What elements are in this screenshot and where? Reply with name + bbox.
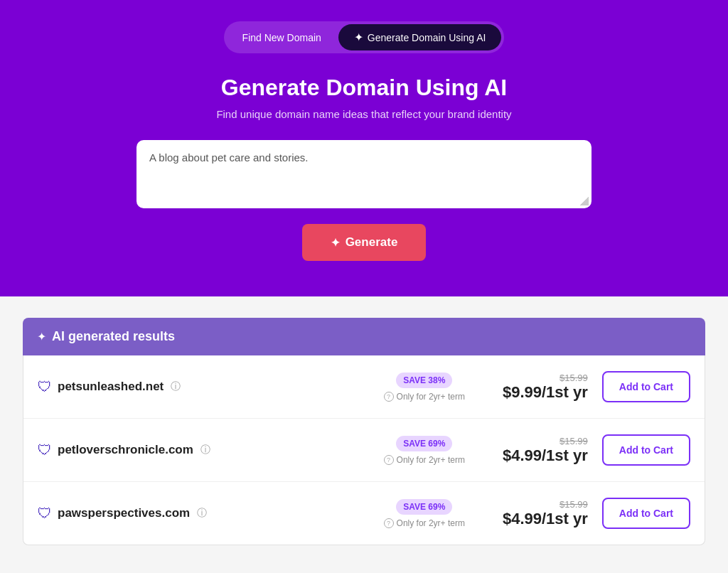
info-icon[interactable]: ⓘ (200, 444, 210, 456)
tab-switcher: Find New Domain ✦ Generate Domain Using … (224, 21, 505, 53)
result-row: 🛡 petloverschronicle.com ⓘ SAVE 69% ? On… (23, 419, 705, 482)
result-row: 🛡 petsunleashed.net ⓘ SAVE 38% ? Only fo… (23, 355, 705, 419)
term-note: ? Only for 2yr+ term (384, 392, 465, 402)
result-row: 🛡 pawsperspectives.com ⓘ SAVE 69% ? Only… (23, 482, 705, 545)
add-to-cart-button[interactable]: Add to Cart (602, 498, 690, 529)
domain-info: 🛡 petloverschronicle.com ⓘ (38, 442, 360, 459)
savings-col: SAVE 69% ? Only for 2yr+ term (375, 499, 474, 528)
results-sparkle-icon: ✦ (37, 330, 46, 343)
info-icon[interactable]: ⓘ (197, 507, 207, 520)
domain-name: petloverschronicle.com (58, 443, 193, 457)
shield-icon: 🛡 (38, 442, 52, 459)
hero-section: Find New Domain ✦ Generate Domain Using … (0, 0, 728, 296)
save-badge: SAVE 69% (396, 499, 452, 515)
domain-name: petsunleashed.net (58, 380, 164, 394)
current-price: $9.99/1st yr (488, 383, 588, 402)
term-icon: ? (384, 392, 394, 402)
generate-sparkle-icon: ✦ (331, 236, 340, 250)
generate-button[interactable]: ✦ Generate (302, 224, 427, 261)
results-list: 🛡 petsunleashed.net ⓘ SAVE 38% ? Only fo… (23, 355, 705, 545)
price-col: $15.99 $4.99/1st yr (488, 499, 588, 528)
results-header: ✦ AI generated results (23, 318, 705, 355)
term-note: ? Only for 2yr+ term (384, 518, 465, 528)
search-textarea[interactable]: A blog about pet care and stories. (149, 151, 579, 194)
term-note: ? Only for 2yr+ term (384, 455, 465, 465)
textarea-resize-handle[interactable] (580, 197, 589, 205)
tab-generate-ai[interactable]: ✦ Generate Domain Using AI (338, 24, 502, 50)
price-col: $15.99 $4.99/1st yr (488, 436, 588, 465)
tab-generate-ai-label: Generate Domain Using AI (368, 32, 486, 43)
current-price: $4.99/1st yr (488, 510, 588, 528)
save-badge: SAVE 38% (396, 373, 452, 388)
results-section: ✦ AI generated results 🛡 petsunleashed.n… (9, 318, 719, 545)
original-price: $15.99 (488, 436, 588, 446)
current-price: $4.99/1st yr (488, 446, 588, 465)
price-col: $15.99 $9.99/1st yr (488, 373, 588, 402)
hero-subtitle: Find unique domain name ideas that refle… (216, 108, 511, 120)
info-icon[interactable]: ⓘ (171, 380, 181, 393)
term-icon: ? (384, 518, 394, 528)
tab-find-domain[interactable]: Find New Domain (227, 24, 337, 50)
savings-col: SAVE 38% ? Only for 2yr+ term (375, 373, 474, 402)
shield-icon: 🛡 (38, 379, 52, 395)
shield-icon: 🛡 (38, 505, 52, 522)
save-badge: SAVE 69% (396, 436, 452, 451)
domain-name: pawsperspectives.com (58, 506, 190, 520)
generate-button-label: Generate (346, 235, 398, 250)
add-to-cart-button[interactable]: Add to Cart (602, 434, 690, 466)
domain-info: 🛡 petsunleashed.net ⓘ (38, 379, 360, 395)
hero-title: Generate Domain Using AI (221, 75, 507, 101)
sparkle-icon: ✦ (354, 31, 363, 44)
domain-info: 🛡 pawsperspectives.com ⓘ (38, 505, 360, 522)
term-icon: ? (384, 455, 394, 465)
original-price: $15.99 (488, 373, 588, 383)
savings-col: SAVE 69% ? Only for 2yr+ term (375, 436, 474, 465)
add-to-cart-button[interactable]: Add to Cart (602, 371, 690, 402)
results-header-text: AI generated results (52, 329, 175, 344)
original-price: $15.99 (488, 499, 588, 510)
search-textarea-wrapper: A blog about pet care and stories. (136, 140, 592, 208)
